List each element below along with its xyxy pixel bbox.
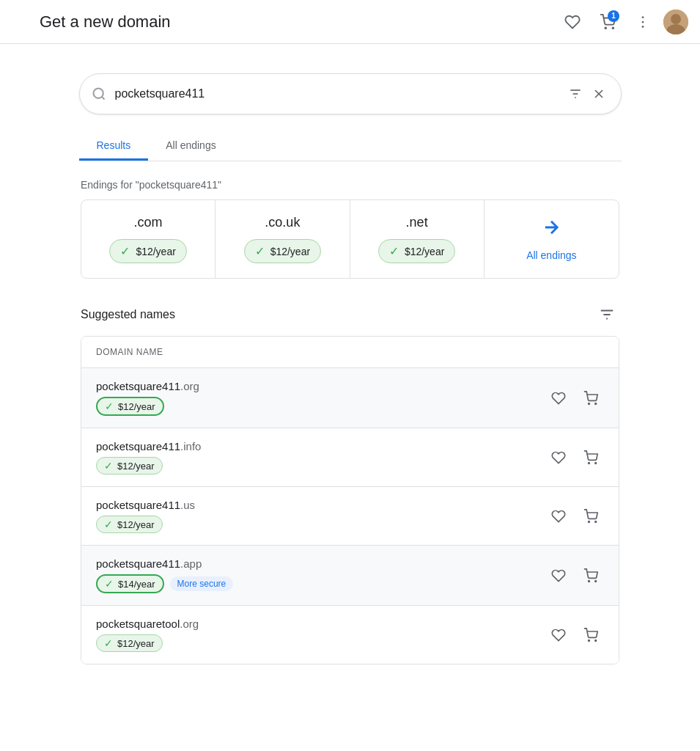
domain-actions-0	[545, 385, 604, 411]
add-to-cart-button-2[interactable]	[578, 503, 604, 530]
domain-actions-2	[545, 503, 604, 530]
favorite-button-2[interactable]	[545, 503, 572, 530]
table-row: pocketsquare411.us ✓ $12/year	[81, 487, 619, 546]
ending-tld-com: .com	[134, 215, 163, 230]
domain-name-2: pocketsquare411.us	[96, 499, 545, 511]
domain-info-0: pocketsquare411.org ✓ $12/year	[96, 380, 545, 416]
menu-button[interactable]	[12, 13, 29, 31]
ending-tld-couk: .co.uk	[265, 215, 300, 230]
svg-point-14	[589, 403, 590, 404]
domain-name-0: pocketsquare411.org	[96, 380, 545, 392]
ending-cell-net[interactable]: .net ✓ $12/year	[350, 200, 485, 278]
domain-price-0: $12/year	[118, 401, 155, 412]
domain-price-badge-4: ✓ $12/year	[96, 634, 163, 652]
add-to-cart-button-4[interactable]	[578, 622, 604, 648]
domain-base-3: pocketsquare411	[96, 557, 180, 570]
filter-icon	[568, 87, 583, 101]
domain-info-2: pocketsquare411.us ✓ $12/year	[96, 499, 545, 533]
heart-icon	[564, 14, 581, 30]
header-right: 1	[558, 7, 688, 37]
all-endings-label: All endings	[526, 249, 577, 261]
domain-base-2: pocketsquare411	[96, 499, 180, 511]
domain-price-1: $12/year	[117, 461, 155, 472]
suggested-title: Suggested names	[81, 308, 175, 321]
sort-icon	[599, 307, 615, 323]
check-icon-4: ✓	[104, 637, 113, 649]
more-options-button[interactable]	[628, 7, 657, 37]
svg-point-6	[671, 14, 681, 24]
heart-icon-1	[551, 450, 566, 465]
add-to-cart-button-3[interactable]	[578, 563, 604, 589]
favorite-button-1[interactable]	[545, 444, 572, 471]
svg-point-3	[642, 21, 644, 23]
table-row: pocketsquare411.info ✓ $12/year	[81, 428, 619, 487]
ending-cell-couk[interactable]: .co.uk ✓ $12/year	[215, 200, 350, 278]
check-icon-1: ✓	[104, 460, 113, 472]
favorite-button-4[interactable]	[545, 622, 572, 648]
domain-table: Domain name pocketsquare411.org ✓ $12/ye…	[81, 336, 619, 664]
table-row: pocketsquaretool.org ✓ $12/year	[81, 606, 619, 664]
suggested-header: Suggested names	[81, 302, 619, 327]
domain-actions-4	[545, 622, 604, 648]
svg-point-21	[595, 580, 597, 582]
favorite-button-3[interactable]	[545, 563, 572, 589]
tab-results[interactable]: Results	[79, 132, 149, 161]
search-input[interactable]	[115, 87, 565, 100]
check-icon-3: ✓	[105, 578, 114, 590]
domain-price-4: $12/year	[117, 638, 155, 649]
domain-table-header: Domain name	[81, 337, 619, 368]
endings-section-label: Endings for "pocketsquare411"	[81, 179, 619, 191]
sort-button[interactable]	[594, 302, 619, 327]
ending-tld-net: .net	[406, 215, 428, 230]
cart-icon-4	[583, 628, 598, 642]
domain-price-badge-0: ✓ $12/year	[96, 397, 164, 416]
domain-price-3: $14/year	[118, 579, 155, 590]
heart-icon-0	[551, 391, 566, 406]
search-icon	[92, 87, 106, 101]
domain-tld-1: .info	[180, 440, 201, 453]
check-icon-net: ✓	[389, 244, 399, 258]
heart-icon-2	[551, 509, 566, 524]
domain-info-1: pocketsquare411.info ✓ $12/year	[96, 440, 545, 475]
domain-price-2: $12/year	[117, 519, 155, 530]
save-button[interactable]	[558, 7, 587, 37]
domain-name-3: pocketsquare411.app	[96, 557, 545, 570]
svg-point-22	[589, 640, 590, 641]
arrow-right-icon	[541, 217, 561, 242]
search-area	[0, 44, 700, 114]
cart-badge: 1	[608, 10, 619, 22]
svg-point-19	[595, 521, 597, 522]
check-icon-couk: ✓	[255, 244, 265, 258]
domain-price-badge-1: ✓ $12/year	[96, 457, 163, 475]
favorite-button-0[interactable]	[545, 385, 572, 411]
filter-button[interactable]	[565, 84, 586, 104]
domain-price-badge-3: ✓ $14/year	[96, 574, 164, 593]
dots-icon	[635, 14, 651, 30]
svg-point-16	[589, 462, 590, 464]
domain-tld-3: .app	[180, 557, 202, 570]
cart-icon-1	[583, 450, 598, 465]
table-row: pocketsquare411.app ✓ $14/year More secu…	[81, 546, 619, 606]
domain-base-4: pocketsquaretool	[96, 618, 180, 630]
clear-search-button[interactable]	[589, 84, 609, 104]
page-title: Get a new domain	[40, 12, 171, 32]
ending-price-net: ✓ $12/year	[378, 239, 455, 263]
add-to-cart-button-0[interactable]	[578, 385, 604, 411]
tab-all-endings[interactable]: All endings	[148, 132, 234, 161]
svg-point-1	[612, 27, 614, 29]
domain-base-1: pocketsquare411	[96, 440, 180, 453]
table-row: pocketsquare411.org ✓ $12/year	[81, 368, 619, 428]
avatar[interactable]	[663, 10, 688, 34]
add-to-cart-button-1[interactable]	[578, 444, 604, 471]
all-endings-cell[interactable]: All endings	[485, 200, 619, 278]
check-icon-2: ✓	[104, 519, 113, 530]
domain-tld-4: .org	[180, 618, 199, 630]
cart-button[interactable]: 1	[593, 7, 622, 37]
ending-cell-com[interactable]: .com ✓ $12/year	[81, 200, 215, 278]
svg-point-0	[605, 27, 606, 29]
domain-info-4: pocketsquaretool.org ✓ $12/year	[96, 618, 545, 652]
cart-icon-3	[583, 568, 598, 583]
domain-actions-1	[545, 444, 604, 471]
tabs: Results All endings	[79, 132, 622, 161]
domain-name-1: pocketsquare411.info	[96, 440, 545, 453]
